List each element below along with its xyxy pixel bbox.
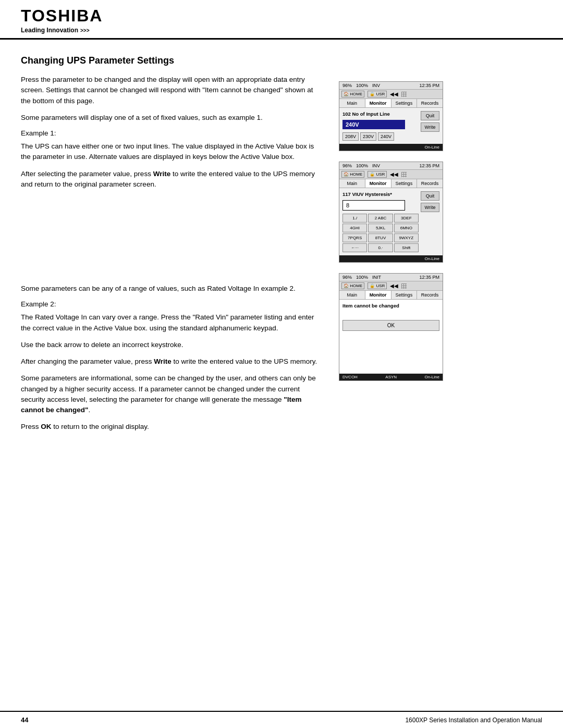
panel2-status-left: 96% 100% INV xyxy=(342,163,380,168)
panel2-tab-records[interactable]: Records xyxy=(417,179,443,188)
example1-desc2: After selecting the parameter value, pre… xyxy=(21,169,323,190)
text-column: Changing UPS Parameter Settings Press th… xyxy=(21,55,323,439)
panel1-tab-records[interactable]: Records xyxy=(417,99,443,107)
example1-desc1: The UPS can have either one or two input… xyxy=(21,141,323,163)
panel3-tab-main[interactable]: Main xyxy=(339,291,365,299)
panel1-quit-button[interactable]: Quit xyxy=(421,111,439,120)
key-8[interactable]: 8TUV xyxy=(368,233,393,242)
panel3-status-bar: 96% 100% INIT 12:35 PM xyxy=(339,274,443,281)
panel3-footer-right: On-Line xyxy=(425,375,439,379)
example2-desc4: After changing the parameter value, pres… xyxy=(21,356,323,367)
panel1-battery: 96% xyxy=(342,83,352,88)
panel3-ok-area: OK xyxy=(342,312,439,339)
example2-desc5: Some parameters are informational, some … xyxy=(21,373,323,415)
home-icon: 🏠 HOME xyxy=(341,91,364,97)
tagline: Leading Innovation >>> xyxy=(21,27,542,34)
panel3-tab-settings[interactable]: Settings xyxy=(391,291,418,299)
panel3-mode: INIT xyxy=(372,275,381,280)
key-shift[interactable]: Shift xyxy=(394,243,419,252)
panel2-param-title: 117 VIUV Hysteresis* xyxy=(342,191,419,197)
panel1-status-left: 96% 100% INV xyxy=(342,83,380,88)
panel1-footer: On-Line xyxy=(339,144,443,151)
ups-panel-3: 96% 100% INIT 12:35 PM 🏠 HOME 🔒 USR ◀◀ M… xyxy=(339,273,443,381)
voltage-key-208[interactable]: 208V xyxy=(342,132,359,141)
panel3-icons-bar: 🏠 HOME 🔒 USR ◀◀ xyxy=(339,281,443,291)
key-5[interactable]: 5JKL xyxy=(368,224,393,232)
example2-desc3: Use the back arrow to delete an incorrec… xyxy=(21,340,323,350)
panel2-lock-icon: 🔒 USR xyxy=(368,171,387,178)
panel2-grid-icon xyxy=(401,172,407,177)
panel1-tab-monitor[interactable]: Monitor xyxy=(365,99,391,107)
panel1-icons-bar: 🏠 HOME 🔒 USR ◀◀ xyxy=(339,90,443,99)
key-4[interactable]: 4GHI xyxy=(342,224,367,232)
panel1-active-value: 240V xyxy=(342,120,405,129)
panel3-home-icon: 🏠 HOME xyxy=(341,282,364,289)
panel3-grid-icon xyxy=(401,283,407,289)
key-6[interactable]: 6MNO xyxy=(394,224,419,232)
back-icon: ◀◀ xyxy=(390,91,398,97)
example1-label: Example 1: xyxy=(21,129,323,137)
panel2-right-buttons: Quit Write xyxy=(421,191,439,252)
panel2-tab-monitor[interactable]: Monitor xyxy=(365,179,391,188)
panel3-load: 100% xyxy=(356,275,368,280)
page-title: Changing UPS Parameter Settings xyxy=(21,55,323,66)
key-1[interactable]: 1./ xyxy=(342,214,367,223)
key-back[interactable]: ←··· xyxy=(342,243,367,252)
panel2-write-button[interactable]: Write xyxy=(421,203,439,212)
panel1-mode: INV xyxy=(372,83,380,88)
intro-paragraph-1: Press the parameter to be changed and th… xyxy=(21,75,323,106)
panel3-tabs: Main Monitor Settings Records xyxy=(339,291,443,300)
panel3-ok-button[interactable]: OK xyxy=(342,320,439,331)
key-9[interactable]: 9WXYZ xyxy=(394,233,419,242)
panel2-icons-bar: 🏠 HOME 🔒 USR ◀◀ xyxy=(339,170,443,179)
panel1-tab-main[interactable]: Main xyxy=(339,99,365,107)
example2-label: Example 2: xyxy=(21,300,323,308)
panel2-left: 117 VIUV Hysteresis* 8 1./ 2 ABC 3DEF 4G… xyxy=(342,191,419,252)
panel3-tab-monitor[interactable]: Monitor xyxy=(365,291,391,299)
example2-desc6: Press OK to return to the original displ… xyxy=(21,422,323,432)
panel1-body: 102 No of Input Line 240V 208V 230V 240V… xyxy=(339,108,443,144)
panel2-input-value[interactable]: 8 xyxy=(342,200,405,211)
panel1-write-button[interactable]: Write xyxy=(421,122,439,132)
panel2-tab-main[interactable]: Main xyxy=(339,179,365,188)
panel3-footer-left: DVCOH xyxy=(342,375,358,379)
key-3[interactable]: 3DEF xyxy=(394,214,419,223)
footer-manual-title: 1600XP Series Installation and Operation… xyxy=(405,717,542,724)
panel3-status-left: 96% 100% INIT xyxy=(342,275,381,280)
panel1-tabs: Main Monitor Settings Records xyxy=(339,99,443,108)
panel2-back-icon: ◀◀ xyxy=(390,171,398,177)
panel3-tab-records[interactable]: Records xyxy=(417,291,443,299)
key-7[interactable]: 7PQRS xyxy=(342,233,367,242)
page-footer: 44 1600XP Series Installation and Operat… xyxy=(0,711,563,728)
panel2-quit-button[interactable]: Quit xyxy=(421,191,439,201)
example2-desc1: Some parameters can be any of a range of… xyxy=(21,283,323,294)
panel2-tab-settings[interactable]: Settings xyxy=(391,179,418,188)
panel2-keypad: 1./ 2 ABC 3DEF 4GHI 5JKL 6MNO 7PQRS 8TUV… xyxy=(342,214,419,252)
panel1-status-bar: 96% 100% INV 12:35 PM xyxy=(339,82,443,90)
panel2-time: 12:35 PM xyxy=(419,163,439,168)
page-number: 44 xyxy=(21,716,28,724)
key-2[interactable]: 2 ABC xyxy=(368,214,393,223)
panel3-footer-mid: ASYN xyxy=(385,375,397,379)
panels-column: 96% 100% INV 12:35 PM 🏠 HOME 🔒 USR ◀◀ Ma… xyxy=(339,55,448,439)
voltage-key-230[interactable]: 230V xyxy=(360,132,376,141)
panel1-voltage-keys: 208V 230V 240V xyxy=(342,132,419,141)
panel1-left: 102 No of Input Line 240V 208V 230V 240V xyxy=(342,111,419,141)
panel1-time: 12:35 PM xyxy=(419,83,439,88)
panel1-right-buttons: Quit Write xyxy=(421,111,439,141)
panel2-body: 117 VIUV Hysteresis* 8 1./ 2 ABC 3DEF 4G… xyxy=(339,188,443,255)
key-0[interactable]: 0.· xyxy=(368,243,393,252)
panel1-param-title: 102 No of Input Line xyxy=(342,111,419,117)
panel2-footer: On-Line xyxy=(339,255,443,262)
voltage-key-240[interactable]: 240V xyxy=(378,132,394,141)
panel2-status-bar: 96% 100% INV 12:35 PM xyxy=(339,162,443,170)
panel3-message: Item cannot be changed xyxy=(342,303,439,309)
panel1-load: 100% xyxy=(356,83,368,88)
panel3-spacer xyxy=(342,339,439,371)
panel2-battery: 96% xyxy=(342,163,352,168)
panel2-home-icon: 🏠 HOME xyxy=(341,171,364,178)
panel3-back-icon: ◀◀ xyxy=(390,283,398,289)
chevrons-icon: >>> xyxy=(80,28,90,33)
panel1-tab-settings[interactable]: Settings xyxy=(391,99,418,107)
toshiba-logo: TOSHIBA xyxy=(21,6,542,26)
